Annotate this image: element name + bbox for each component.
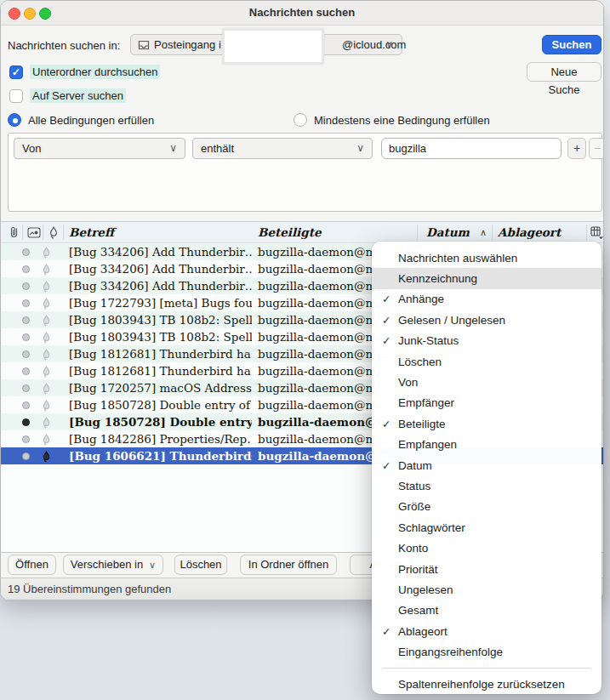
junk-flame-icon[interactable] [41, 297, 52, 310]
menu-item-priorität[interactable]: Priorität [372, 559, 601, 579]
read-status-icon[interactable] [22, 435, 30, 443]
button-label: In Ordner öffnen [248, 558, 328, 571]
subject-cell: [Bug 1842286] Properties/Rep… [69, 430, 252, 447]
menu-item-label: Kennzeichnung [398, 272, 477, 285]
titlebar[interactable]: Nachrichten suchen [1, 1, 603, 26]
junk-flame-icon[interactable] [41, 365, 52, 378]
match-all-radio[interactable] [8, 113, 21, 127]
folder-name: Posteingang i [154, 35, 221, 54]
menu-item-status[interactable]: Status [372, 475, 601, 496]
read-status-icon[interactable] [22, 401, 30, 409]
delete-button[interactable]: Löschen [174, 555, 227, 575]
read-status-icon[interactable] [22, 384, 30, 392]
menu-item-label: Status [398, 480, 430, 492]
column-header-date[interactable]: Datum [426, 222, 470, 242]
junk-flame-icon[interactable] [41, 331, 52, 344]
junk-column-icon[interactable] [48, 225, 60, 239]
remove-condition-button[interactable]: − [589, 138, 604, 159]
junk-flame-icon[interactable] [41, 450, 52, 463]
menu-item-label: Datum [398, 459, 432, 472]
menu-item-label: Priorität [398, 563, 438, 576]
search-on-server-checkbox[interactable] [9, 89, 23, 103]
menu-item-konto[interactable]: Konto [372, 538, 601, 558]
junk-flame-icon[interactable] [41, 399, 52, 412]
read-status-icon[interactable] [22, 299, 30, 307]
subject-cell: [Bug 1606621] Thunderbirds co… [69, 447, 252, 464]
junk-flame-icon[interactable] [41, 348, 52, 361]
subject-cell: [Bug 1720257] macOS Address … [69, 379, 252, 396]
junk-flame-icon[interactable] [41, 280, 52, 293]
read-status-icon[interactable] [22, 282, 30, 290]
condition-value-input[interactable] [381, 138, 562, 159]
junk-flame-icon[interactable] [41, 416, 52, 429]
read-column-icon[interactable] [27, 227, 41, 238]
junk-flame-icon[interactable] [41, 263, 52, 276]
add-condition-button[interactable]: + [567, 138, 586, 159]
column-header-location[interactable]: Ablageort [498, 222, 561, 242]
menu-item-beteiligte[interactable]: ✓Beteiligte [372, 413, 601, 434]
menu-item-label: Ungelesen [398, 583, 453, 596]
subject-cell: [Bug 1812681] Thunderbird ha… [69, 362, 252, 379]
column-picker-icon[interactable] [590, 226, 603, 239]
checkmark-icon: ✓ [382, 293, 398, 305]
menu-item-label: Von [398, 376, 418, 389]
read-status-icon[interactable] [22, 265, 30, 273]
open-button[interactable]: Öffnen [8, 555, 56, 575]
sort-ascending-icon: ∧ [480, 222, 487, 242]
chevron-down-icon: ∨ [385, 35, 393, 54]
open-in-folder-button[interactable]: In Ordner öffnen [240, 555, 337, 575]
menu-item-label: Anhänge [398, 293, 444, 305]
menu-item-empfänger[interactable]: Empfänger [372, 393, 601, 413]
search-subfolders-label: Unterordner durchsuchen [30, 65, 160, 79]
column-header-participants[interactable]: Beteiligte [258, 222, 321, 242]
read-status-icon[interactable] [22, 316, 30, 324]
menu-item-label: Gesamt [398, 604, 438, 617]
menu-item-nachrichten-auswählen[interactable]: Nachrichten auswählen [372, 248, 601, 268]
read-status-icon[interactable] [22, 452, 30, 460]
column-divider [586, 225, 587, 240]
condition-operator-select[interactable]: enthält ∨ [192, 138, 373, 159]
match-any-radio[interactable] [294, 113, 307, 127]
junk-flame-icon[interactable] [41, 433, 52, 446]
move-to-button[interactable]: Verschieben in∨ [63, 555, 163, 575]
condition-field-select[interactable]: Von ∨ [14, 138, 185, 159]
read-status-icon[interactable] [22, 367, 30, 375]
column-divider [43, 225, 43, 240]
new-search-button[interactable]: Neue Suche [527, 62, 601, 82]
search-on-server-label: Auf Server suchen [30, 88, 126, 103]
menu-item-anhänge[interactable]: ✓Anhänge [372, 289, 601, 310]
junk-flame-icon[interactable] [41, 314, 52, 327]
read-status-icon[interactable] [22, 418, 30, 426]
attachment-column-icon[interactable] [8, 225, 20, 239]
read-status-icon[interactable] [22, 350, 30, 358]
checkmark-icon: ✓ [382, 314, 398, 327]
junk-flame-icon[interactable] [41, 246, 52, 259]
checkmark-icon: ✓ [382, 418, 398, 430]
menu-item-kennzeichnung[interactable]: Kennzeichnung [372, 268, 601, 288]
match-mode-row: Alle Bedingungen erfüllen Mindestens ein… [8, 112, 598, 128]
junk-flame-icon[interactable] [41, 382, 52, 395]
search-subfolders-checkbox[interactable]: ✓ [9, 65, 23, 79]
search-in-label: Nachrichten suchen in: [8, 39, 120, 52]
menu-item-von[interactable]: Von [372, 372, 601, 392]
menu-item-löschen[interactable]: Löschen [372, 351, 601, 372]
menu-item-ablageort[interactable]: ✓Ablageort [372, 621, 601, 641]
menu-item-größe[interactable]: Größe [372, 497, 601, 517]
menu-item-empfangen[interactable]: Empfangen [372, 435, 601, 455]
menu-item-junk-status[interactable]: ✓Junk-Status [372, 331, 601, 351]
search-button[interactable]: Suchen [542, 35, 601, 54]
column-header-subject[interactable]: Betreff [69, 222, 114, 242]
menu-item-gelesen-ungelesen[interactable]: ✓Gelesen / Ungelesen [372, 310, 601, 330]
menu-item-label: Löschen [398, 356, 442, 368]
menu-item-schlagwörter[interactable]: Schlagwörter [372, 517, 601, 538]
menu-item-datum[interactable]: ✓Datum [372, 455, 601, 475]
menu-item-label: Nachrichten auswählen [398, 252, 517, 265]
menu-item-ungelesen[interactable]: Ungelesen [372, 579, 601, 600]
read-status-icon[interactable] [22, 248, 30, 256]
menu-item-spaltenreihenfolge-zurücksetzen[interactable]: Spaltenreihenfolge zurücksetzen [372, 674, 601, 694]
menu-item-eingangsreihenfolge[interactable]: Eingangsreihenfolge [372, 641, 601, 662]
menu-item-label: Eingangsreihenfolge [398, 646, 503, 658]
menu-item-label: Konto [398, 542, 428, 555]
read-status-icon[interactable] [22, 333, 30, 341]
menu-item-gesamt[interactable]: Gesamt [372, 600, 601, 621]
